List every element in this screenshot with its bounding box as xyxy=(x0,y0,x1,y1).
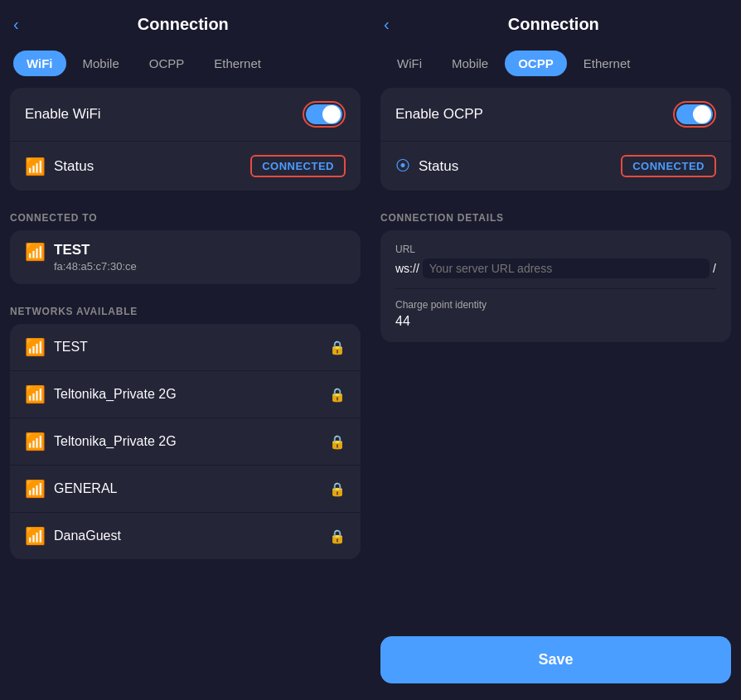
network-name-3: GENERAL xyxy=(54,481,329,496)
network-wifi-icon-1: 📶 xyxy=(25,384,46,404)
left-status-label: 📶 Status xyxy=(25,157,250,176)
right-header: ‹ Connection xyxy=(370,0,741,44)
left-status-badge: CONNECTED xyxy=(250,155,346,177)
connected-network-mac: fa:48:a5:c7:30:ce xyxy=(54,260,137,273)
left-panel-title: Connection xyxy=(29,15,337,34)
network-wifi-icon-0: 📶 xyxy=(25,337,46,357)
network-lock-icon-2: 🔒 xyxy=(329,434,346,450)
left-panel: ‹ Connection WiFi Mobile OCPP Ethernet E… xyxy=(0,0,370,700)
network-lock-icon-4: 🔒 xyxy=(329,529,346,544)
left-wifi-toggle[interactable] xyxy=(303,101,346,128)
network-name-4: DanaGuest xyxy=(54,529,329,543)
network-item-0[interactable]: 📶 TEST 🔒 xyxy=(10,324,361,371)
right-status-text: Status xyxy=(419,158,458,175)
right-panel: ‹ Connection WiFi Mobile OCPP Ethernet E… xyxy=(370,0,741,700)
right-content: Enable OCPP ⦿ Status CONNECTED CONNECTIO… xyxy=(370,88,741,700)
right-toggle-track xyxy=(676,104,713,124)
network-lock-icon-3: 🔒 xyxy=(329,481,346,497)
right-tab-wifi[interactable]: WiFi xyxy=(384,51,435,76)
connected-wifi-icon: 📶 xyxy=(25,242,46,262)
save-button[interactable]: Save xyxy=(380,636,731,683)
network-item-2[interactable]: 📶 Teltonika_Private 2G 🔒 xyxy=(10,418,361,466)
left-tab-mobile[interactable]: Mobile xyxy=(70,51,133,76)
url-input[interactable] xyxy=(423,258,710,278)
left-status-row: 📶 Status CONNECTED xyxy=(10,142,361,191)
network-name-2: Teltonika_Private 2G xyxy=(54,434,329,449)
charge-point-label: Charge point identity xyxy=(395,299,716,311)
right-details-card: URL ws:// / Charge point identity 44 xyxy=(380,230,731,342)
left-enable-row: Enable WiFi xyxy=(10,88,361,142)
wifi-status-icon: 📶 xyxy=(25,157,46,176)
left-connected-card: 📶 TEST fa:48:a5:c7:30:ce xyxy=(10,230,361,284)
left-tab-wifi[interactable]: WiFi xyxy=(13,51,66,76)
left-toggle-thumb xyxy=(322,105,341,123)
left-tab-ocpp[interactable]: OCPP xyxy=(136,51,198,76)
left-enable-card: Enable WiFi 📶 Status CONNECTED xyxy=(10,88,361,191)
network-wifi-icon-4: 📶 xyxy=(25,526,46,546)
connected-network-name: TEST xyxy=(54,242,137,258)
network-lock-icon-0: 🔒 xyxy=(329,340,346,355)
left-networks-available-label: NETWORKS AVAILABLE xyxy=(0,294,370,324)
right-status-badge: CONNECTED xyxy=(621,155,716,177)
left-tab-ethernet[interactable]: Ethernet xyxy=(201,51,274,76)
left-connected-to-label: CONNECTED TO xyxy=(0,200,370,230)
right-connection-details-label: CONNECTION DETAILS xyxy=(370,200,741,230)
network-wifi-icon-2: 📶 xyxy=(25,432,46,451)
url-row: ws:// / xyxy=(395,258,716,278)
url-field-label: URL xyxy=(395,244,716,255)
network-item-3[interactable]: 📶 GENERAL 🔒 xyxy=(10,466,361,513)
network-item-1[interactable]: 📶 Teltonika_Private 2G 🔒 xyxy=(10,371,361,418)
charge-point-value: 44 xyxy=(395,314,716,329)
network-name-1: Teltonika_Private 2G xyxy=(54,387,329,402)
connected-network-info: TEST fa:48:a5:c7:30:ce xyxy=(46,242,137,273)
network-item-4[interactable]: 📶 DanaGuest 🔒 xyxy=(10,513,361,559)
right-tab-mobile[interactable]: Mobile xyxy=(438,51,501,76)
right-status-label: ⦿ Status xyxy=(395,157,621,175)
url-prefix: ws:// xyxy=(395,262,419,275)
left-toggle-track xyxy=(306,104,342,124)
network-name-0: TEST xyxy=(54,340,329,355)
left-enable-label: Enable WiFi xyxy=(25,106,303,123)
left-back-button[interactable]: ‹ xyxy=(13,15,19,34)
left-status-text: Status xyxy=(54,158,94,175)
right-tab-ocpp[interactable]: OCPP xyxy=(505,51,567,76)
left-content: Enable WiFi 📶 Status CONNECTED CONNECTED… xyxy=(0,88,370,700)
network-lock-icon-1: 🔒 xyxy=(329,387,346,403)
url-slash: / xyxy=(713,262,716,275)
left-network-list: 📶 TEST 🔒 📶 Teltonika_Private 2G 🔒 📶 Telt… xyxy=(10,324,361,559)
ocpp-status-icon: ⦿ xyxy=(395,157,410,175)
right-toggle-thumb xyxy=(693,105,711,123)
right-ocpp-toggle[interactable] xyxy=(673,101,716,128)
left-connected-row: 📶 TEST fa:48:a5:c7:30:ce xyxy=(25,242,346,273)
right-panel-title: Connection xyxy=(400,15,708,34)
right-tab-bar: WiFi Mobile OCPP Ethernet xyxy=(370,44,741,88)
network-wifi-icon-3: 📶 xyxy=(25,479,46,499)
left-tab-bar: WiFi Mobile OCPP Ethernet xyxy=(0,44,370,88)
right-enable-card: Enable OCPP ⦿ Status CONNECTED xyxy=(380,88,731,191)
right-status-row: ⦿ Status CONNECTED xyxy=(380,142,731,191)
field-divider xyxy=(395,288,716,289)
right-enable-label: Enable OCPP xyxy=(395,106,673,123)
right-tab-ethernet[interactable]: Ethernet xyxy=(570,51,644,76)
left-header: ‹ Connection xyxy=(0,0,370,44)
right-back-button[interactable]: ‹ xyxy=(384,15,390,34)
right-enable-row: Enable OCPP xyxy=(380,88,731,142)
